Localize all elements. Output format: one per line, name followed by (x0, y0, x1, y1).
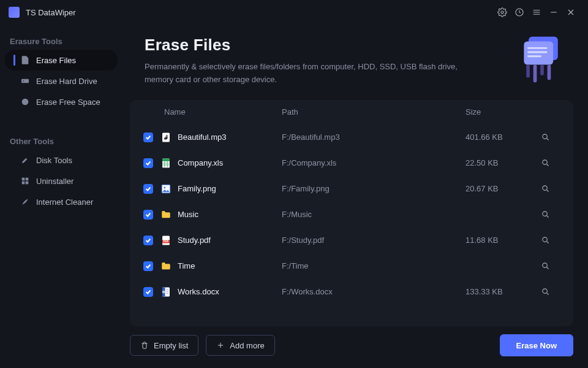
add-more-button[interactable]: Add more (206, 335, 274, 356)
row-checkbox[interactable] (143, 210, 153, 220)
tools-icon (20, 155, 30, 165)
menu-icon[interactable] (528, 4, 545, 21)
preview-icon[interactable] (533, 132, 557, 142)
file-size: 11.68 KB (466, 236, 533, 245)
empty-list-button[interactable]: Empty list (130, 335, 198, 356)
erase-now-button[interactable]: Erase Now (500, 334, 573, 356)
add-more-label: Add more (230, 341, 264, 350)
file-name: Beautiful.mp3 (178, 132, 282, 142)
svg-point-0 (501, 11, 503, 13)
col-size: Size (466, 107, 533, 117)
svg-rect-7 (22, 182, 25, 185)
table-row[interactable]: Company.xlsF:/Company.xls22.50 KB (130, 150, 573, 176)
svg-rect-11 (527, 47, 547, 49)
file-type-icon (160, 183, 172, 195)
preview-icon[interactable] (533, 184, 557, 193)
svg-point-27 (542, 212, 547, 217)
file-path: F:/Beautiful.mp3 (282, 132, 466, 142)
row-checkbox[interactable] (143, 261, 153, 271)
svg-rect-6 (26, 178, 29, 181)
svg-point-22 (542, 160, 547, 165)
sidebar-item-label: Erase Files (36, 56, 76, 65)
table-row[interactable]: MusicF:/Music (130, 202, 573, 228)
row-checkbox[interactable] (143, 287, 153, 297)
sidebar-group-erasure-title: Erasure Tools (0, 31, 123, 50)
page-description: Permanently & selectively erase files/fo… (145, 61, 488, 86)
svg-rect-10 (524, 41, 553, 64)
svg-rect-15 (533, 65, 537, 83)
close-icon[interactable] (562, 4, 579, 21)
sidebar-item-internet-cleaner[interactable]: Internet Cleaner (5, 191, 118, 212)
file-size: 133.33 KB (466, 287, 533, 296)
svg-rect-14 (526, 65, 530, 78)
content: Erase Files Permanently & selectively er… (123, 25, 588, 368)
svg-point-31 (542, 237, 547, 242)
file-name: Study.pdf (178, 236, 282, 245)
shredder-icon (516, 33, 568, 86)
svg-rect-5 (22, 178, 25, 181)
preview-icon[interactable] (533, 236, 557, 245)
file-size: 401.66 KB (466, 132, 533, 142)
col-path: Path (282, 107, 466, 117)
col-name: Name (160, 107, 282, 117)
sidebar-item-erase-hard-drive[interactable]: Erase Hard Drive (5, 71, 118, 91)
file-type-icon: PDF (160, 234, 172, 247)
svg-point-32 (542, 263, 547, 268)
file-name: Family.png (178, 184, 282, 193)
svg-text:PDF: PDF (164, 240, 169, 243)
sidebar-item-disk-tools[interactable]: Disk Tools (5, 150, 118, 171)
app-title: TS DataWiper (26, 8, 76, 17)
history-icon[interactable] (511, 4, 528, 21)
file-name: Company.xls (178, 158, 282, 167)
svg-rect-13 (527, 55, 541, 57)
file-type-icon: W (160, 286, 172, 298)
hard-drive-icon (20, 76, 30, 86)
sidebar-item-erase-free-space[interactable]: Erase Free Space (5, 91, 118, 112)
file-type-icon (160, 209, 172, 221)
table-row[interactable]: Beautiful.mp3F:/Beautiful.mp3401.66 KB (130, 125, 573, 150)
sidebar-item-label: Erase Free Space (36, 98, 100, 107)
svg-rect-2 (21, 79, 29, 83)
svg-point-3 (23, 80, 24, 82)
settings-icon[interactable] (494, 4, 511, 21)
file-path: F:/Company.xls (282, 158, 466, 167)
sidebar-item-label: Uninstaller (36, 177, 74, 186)
row-checkbox[interactable] (143, 158, 153, 168)
preview-icon[interactable] (533, 287, 557, 296)
row-checkbox[interactable] (143, 132, 153, 142)
file-size: 20.67 KB (466, 184, 533, 193)
row-checkbox[interactable] (143, 236, 153, 245)
svg-rect-12 (527, 52, 547, 53)
grid-icon (20, 176, 30, 186)
preview-icon[interactable] (533, 158, 557, 167)
empty-list-label: Empty list (154, 341, 188, 350)
sidebar-item-erase-files[interactable]: Erase Files (5, 50, 118, 71)
file-name: Time (178, 261, 282, 270)
table-row[interactable]: WWorks.docxF:/Works.docx133.33 KB (130, 279, 573, 305)
file-size: 22.50 KB (466, 158, 533, 167)
sidebar-item-label: Disk Tools (36, 156, 72, 165)
table-row[interactable]: PDFStudy.pdfF:/Study.pdf11.68 KB (130, 228, 573, 253)
file-icon (20, 55, 30, 65)
sidebar-group-other-title: Other Tools (0, 131, 123, 150)
row-checkbox[interactable] (143, 184, 153, 194)
file-table: Name Path Size Beautiful.mp3F:/Beautiful… (130, 100, 573, 326)
table-row[interactable]: Family.pngF:/Family.png20.67 KB (130, 176, 573, 202)
sidebar-item-uninstaller[interactable]: Uninstaller (5, 171, 118, 191)
file-name: Works.docx (178, 287, 282, 296)
file-type-icon (160, 157, 172, 169)
free-space-icon (20, 97, 30, 107)
svg-rect-16 (540, 65, 544, 75)
erase-now-label: Erase Now (516, 341, 557, 350)
svg-point-36 (542, 289, 547, 294)
preview-icon[interactable] (533, 261, 557, 270)
table-row[interactable]: TimeF:/Time (130, 253, 573, 279)
table-header: Name Path Size (130, 100, 573, 125)
file-path: F:/Study.pdf (282, 236, 466, 245)
svg-rect-17 (548, 65, 551, 80)
minimize-icon[interactable] (545, 4, 562, 21)
preview-icon[interactable] (533, 210, 557, 219)
file-type-icon (160, 260, 172, 272)
svg-text:W: W (162, 289, 165, 293)
svg-rect-8 (26, 182, 29, 185)
